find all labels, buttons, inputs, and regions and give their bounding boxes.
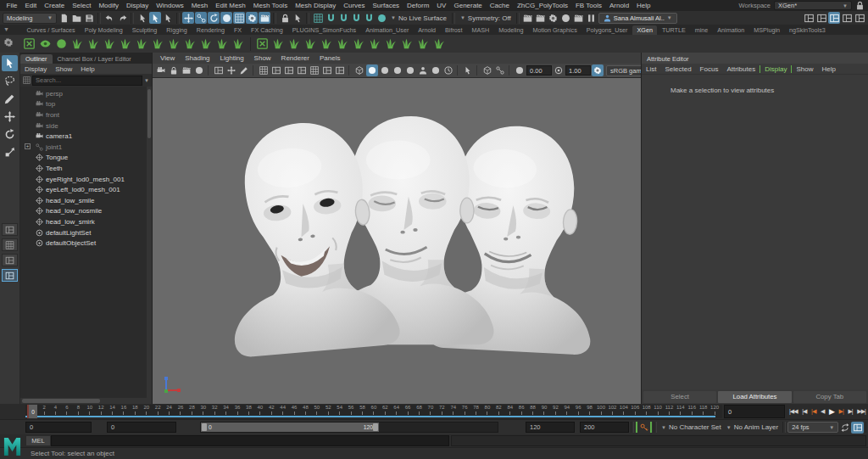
viewport-menu-renderer[interactable]: Renderer <box>276 54 314 62</box>
outliner-menu-help[interactable]: Help <box>76 65 98 73</box>
textured-icon[interactable] <box>392 64 403 76</box>
layout-single-pane-icon[interactable] <box>2 223 18 236</box>
select-tool-icon[interactable] <box>2 55 18 71</box>
screen-space-ao-icon[interactable] <box>430 64 442 76</box>
two-d-pan-zoom-icon[interactable] <box>225 64 237 76</box>
convert-to-polygons-icon[interactable] <box>167 36 181 51</box>
safe-title-icon[interactable] <box>334 64 346 76</box>
snap-to-projected-center-icon[interactable] <box>350 12 362 24</box>
current-time-field[interactable]: 0 <box>724 405 785 418</box>
attr-menu-display[interactable]: Display <box>760 65 792 73</box>
outliner-item-joint1[interactable]: +joint1 <box>20 142 152 153</box>
motion-blur-icon[interactable] <box>442 64 454 76</box>
resolution-gate-icon[interactable] <box>283 64 295 76</box>
menu-set-select[interactable]: Modeling▼ <box>3 13 57 24</box>
menu-edit-mesh[interactable]: Edit Mesh <box>212 2 250 9</box>
menu-fb-tools[interactable]: FB Tools <box>571 2 605 9</box>
tab-channel-box-layer-editor[interactable]: Channel Box / Layer Editor <box>53 54 136 64</box>
xgen-editor-icon[interactable] <box>22 36 36 51</box>
groom-bend-icon[interactable] <box>384 36 398 51</box>
shelf-tab-mash[interactable]: MASH <box>467 25 494 35</box>
open-scene-icon[interactable] <box>70 12 82 24</box>
snap-to-view-plane-icon[interactable] <box>363 12 375 24</box>
add-guide-icon[interactable] <box>151 36 165 51</box>
outliner-search-input[interactable] <box>32 76 142 86</box>
move-tool-icon[interactable] <box>2 109 18 125</box>
film-gate-icon[interactable] <box>270 64 282 76</box>
playback-start-field[interactable]: 0 <box>107 422 176 433</box>
playback-loop-icon[interactable] <box>838 422 851 434</box>
exposure-icon[interactable] <box>514 64 526 76</box>
menu-mesh-tools[interactable]: Mesh Tools <box>249 2 291 9</box>
layout-overlapping-icon[interactable] <box>2 269 18 282</box>
current-time-marker[interactable]: 0 <box>27 405 37 418</box>
viewport-menu-lighting[interactable]: Lighting <box>215 54 249 62</box>
gate-mask-icon[interactable] <box>296 64 308 76</box>
menu-edit[interactable]: Edit <box>21 2 41 9</box>
hypershade-icon[interactable] <box>560 12 572 24</box>
three-head-models[interactable] <box>209 105 637 364</box>
outliner-menu-show[interactable]: Show <box>51 65 76 73</box>
xray-joints-icon[interactable] <box>494 64 506 76</box>
menu-curves[interactable]: Curves <box>340 2 369 9</box>
raise-application-windows-icon[interactable] <box>803 12 815 24</box>
outliner-item-persp[interactable]: persp <box>20 88 152 99</box>
next-key-button[interactable]: ▶| <box>848 408 852 415</box>
grass-preset-icon[interactable] <box>183 36 198 51</box>
use-all-lights-icon[interactable] <box>404 64 416 76</box>
shelf-tab-arnold[interactable]: Arnold <box>414 25 441 35</box>
lock-selection-icon[interactable] <box>279 12 291 24</box>
xgen-sphere-icon[interactable] <box>54 36 69 51</box>
character-set-select[interactable]: ▼No Character Set <box>659 423 724 431</box>
outliner-item-side[interactable]: side <box>20 120 152 132</box>
animation-preferences-icon[interactable] <box>851 422 864 434</box>
mask-handles-icon[interactable] <box>182 12 194 24</box>
filter-icon[interactable] <box>23 76 31 84</box>
play-forwards-button[interactable]: ▶ <box>829 407 834 416</box>
interactive-groom-editor-icon[interactable] <box>255 36 270 51</box>
safe-action-icon[interactable] <box>321 64 333 76</box>
toggle-attribute-editor-icon[interactable] <box>854 12 865 24</box>
anim-layer-select[interactable]: ▼No Anim Layer <box>724 423 781 431</box>
shelf-tab-fx-caching[interactable]: FX Caching <box>247 25 288 35</box>
load-attributes-button[interactable]: Load Attributes <box>718 391 791 403</box>
render-settings-icon[interactable] <box>548 12 559 24</box>
attr-menu-attributes[interactable]: Attributes <box>722 65 760 73</box>
workspace-select[interactable]: XGen*▼ <box>774 1 852 10</box>
shelf-tab-animation[interactable]: Animation <box>713 25 749 35</box>
menu-uv[interactable]: UV <box>433 2 450 9</box>
animation-end-field[interactable]: 200 <box>580 422 629 433</box>
go-to-start-button[interactable]: |◀◀ <box>789 408 798 415</box>
shaded-icon[interactable] <box>366 64 378 76</box>
attr-menu-focus[interactable]: Focus <box>696 65 723 73</box>
outliner-item-defaultlightset[interactable]: defaultLightSet <box>20 227 152 238</box>
range-start-handle[interactable] <box>202 423 207 431</box>
image-plane-icon[interactable] <box>213 64 225 76</box>
menu-deform[interactable]: Deform <box>403 2 433 9</box>
shelf-tab-motion-graphics[interactable]: Motion Graphics <box>528 25 581 35</box>
mask-rendering-icon[interactable] <box>259 12 270 24</box>
shelf-tab-plugins-simonfuchs[interactable]: PLUGINS_SimonFuchs <box>287 25 361 35</box>
expander-icon[interactable]: + <box>25 143 31 149</box>
grid-toggle-icon[interactable] <box>258 64 270 76</box>
outliner-horizontal-scrollbar[interactable] <box>20 398 152 404</box>
clump-modifier-icon[interactable] <box>199 36 214 51</box>
menu-arnold[interactable]: Arnold <box>605 2 632 9</box>
shelf-tab-rigging[interactable]: Rigging <box>162 25 192 35</box>
menu-surfaces[interactable]: Surfaces <box>369 2 403 9</box>
create-interactive-groom-icon[interactable] <box>271 36 286 51</box>
attr-menu-list[interactable]: List <box>642 65 660 73</box>
symmetry-select[interactable]: ▼Symmetry: Off <box>458 14 514 22</box>
range-slider-bar[interactable]: 0 120 <box>201 423 379 432</box>
bookmarks-icon[interactable] <box>193 64 205 76</box>
cut-modifier-icon[interactable] <box>215 36 230 51</box>
step-forward-frame-button[interactable]: ▶| <box>839 408 843 415</box>
groom-brush-icon[interactable] <box>287 36 302 51</box>
shelf-menu-icon[interactable]: ▼ <box>3 26 9 32</box>
exposure-field[interactable]: 0.00 <box>526 65 552 76</box>
animation-start-field[interactable]: 0 <box>25 422 92 433</box>
chevron-down-icon[interactable]: ▼ <box>144 78 149 83</box>
toggle-outliner-icon[interactable] <box>841 12 853 24</box>
select-by-hierarchy-icon[interactable] <box>136 12 148 24</box>
menu-zhcg-polytools[interactable]: ZhCG_PolyTools <box>513 2 571 9</box>
